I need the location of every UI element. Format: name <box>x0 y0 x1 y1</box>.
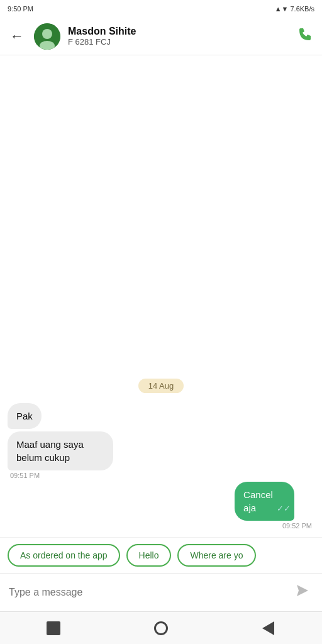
contact-sub: F 6281 FCJ <box>68 37 289 47</box>
quick-reply-hello[interactable]: Hello <box>126 544 172 567</box>
message-text: Pak <box>16 411 33 421</box>
navigation-bar <box>0 611 322 644</box>
message-row: Maaf uang saya belum cukup 09:51 PM <box>8 431 314 479</box>
quick-replies-bar: As ordered on the app Hello Where are yo <box>0 537 322 573</box>
circle-icon <box>154 621 168 635</box>
status-bar: 9:50 PM ▲▼ 7.6KB/s <box>0 0 322 18</box>
send-button[interactable] <box>292 580 313 605</box>
message-input[interactable] <box>9 587 286 598</box>
message-row: Cancel aja ✓✓ 09:52 PM <box>8 482 314 530</box>
chat-header: ← Masdon Sihite F 6281 FCJ <box>0 18 322 55</box>
chat-area: 14 Aug Pak Maaf uang saya belum cukup 09… <box>0 55 322 537</box>
message-bubble-outgoing: Cancel aja ✓✓ <box>235 482 294 521</box>
svg-point-1 <box>42 29 52 39</box>
phone-icon <box>297 25 314 43</box>
chat-spacer <box>8 63 314 371</box>
home-button[interactable] <box>147 614 175 642</box>
status-signal: ▲▼ 7.6KB/s <box>275 5 314 13</box>
avatar-image <box>34 23 60 50</box>
message-row: Pak <box>8 403 314 429</box>
date-label: 14 Aug <box>138 379 184 393</box>
send-icon <box>294 582 311 599</box>
message-bubble-incoming: Maaf uang saya belum cukup <box>8 431 113 470</box>
status-time: 9:50 PM <box>8 5 33 13</box>
message-ticks: ✓✓ <box>277 503 291 514</box>
date-separator: 14 Aug <box>8 379 314 393</box>
quick-reply-app[interactable]: As ordered on the app <box>8 544 120 567</box>
quick-reply-where[interactable]: Where are yo <box>177 544 255 567</box>
message-input-bar <box>0 573 322 611</box>
message-timestamp: 09:52 PM <box>235 522 314 530</box>
recent-apps-button[interactable] <box>40 614 67 642</box>
triangle-icon <box>262 621 274 635</box>
contact-info: Masdon Sihite F 6281 FCJ <box>68 26 289 47</box>
contact-name: Masdon Sihite <box>68 26 289 37</box>
message-text: Maaf uang saya belum cukup <box>16 439 84 463</box>
message-timestamp: 09:51 PM <box>8 472 148 479</box>
message-text: Cancel aja <box>243 488 273 514</box>
call-button[interactable] <box>297 25 314 47</box>
avatar <box>34 23 60 50</box>
back-nav-button[interactable] <box>255 614 282 642</box>
back-button[interactable]: ← <box>8 26 26 47</box>
square-icon <box>47 621 60 635</box>
message-bubble-incoming: Pak <box>8 403 42 429</box>
